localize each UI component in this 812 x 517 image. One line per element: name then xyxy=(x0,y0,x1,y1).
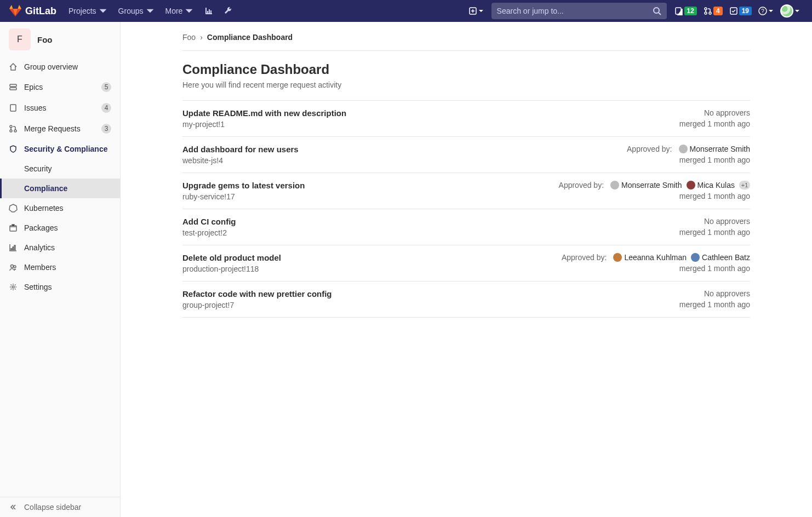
approver-name: Cathleen Batz xyxy=(702,253,750,262)
mr-row[interactable]: Delete old product modelproduction-proje… xyxy=(182,245,750,282)
sidebar-item-compliance[interactable]: Compliance xyxy=(0,179,120,198)
approver-name: Monserrate Smith xyxy=(690,145,750,153)
mr-row[interactable]: Refactor code with new prettier configgr… xyxy=(182,282,750,318)
search-input[interactable] xyxy=(497,7,653,15)
approvers-line: No approvers xyxy=(679,217,750,226)
sidebar-item-members[interactable]: Members xyxy=(0,257,120,277)
svg-point-4 xyxy=(705,12,707,14)
breadcrumb-root[interactable]: Foo xyxy=(182,33,196,42)
page-title: Compliance Dashboard xyxy=(182,62,750,77)
svg-point-13 xyxy=(10,130,12,132)
approver-avatar xyxy=(679,145,688,153)
sidebar-item-security[interactable]: Security xyxy=(0,159,120,179)
analytics-icon xyxy=(9,243,18,252)
search-icon xyxy=(653,7,661,15)
merge-request-icon xyxy=(704,7,712,15)
merged-time: merged 1 month ago xyxy=(562,264,750,273)
mr-ref: test-project!2 xyxy=(182,228,236,237)
merged-time: merged 1 month ago xyxy=(679,228,750,237)
nav-groups[interactable]: Groups xyxy=(113,0,160,22)
svg-rect-9 xyxy=(10,84,16,87)
approver-name: Monserrate Smith xyxy=(621,181,682,189)
approver-avatar xyxy=(613,253,622,262)
package-icon xyxy=(9,223,18,232)
mr-row[interactable]: Add dashboard for new userswebsite-js!4A… xyxy=(182,137,750,173)
nav-activity-icon[interactable] xyxy=(199,0,219,22)
nav-projects[interactable]: Projects xyxy=(63,0,113,22)
approver[interactable]: Monserrate Smith xyxy=(679,145,750,153)
breadcrumb-current: Compliance Dashboard xyxy=(207,33,293,42)
wrench-icon xyxy=(224,7,233,15)
sidebar-item-epics[interactable]: Epics 5 xyxy=(0,77,120,97)
nav-more[interactable]: More xyxy=(160,0,199,22)
approver[interactable]: Mica Kulas xyxy=(687,181,735,189)
new-menu[interactable] xyxy=(465,0,487,22)
approver[interactable]: Monserrate Smith xyxy=(610,181,682,189)
issues-counter[interactable]: 12 xyxy=(671,0,700,22)
sidebar-item-kubernetes[interactable]: Kubernetes xyxy=(0,198,120,218)
svg-rect-11 xyxy=(10,105,16,111)
mr-row[interactable]: Add CI configtest-project!2No approversm… xyxy=(182,209,750,245)
merged-time: merged 1 month ago xyxy=(679,119,750,128)
help-menu[interactable]: ? xyxy=(755,0,777,22)
svg-marker-15 xyxy=(9,204,17,212)
mr-title: Delete old product model xyxy=(182,253,281,262)
todo-counter[interactable]: 19 xyxy=(726,0,755,22)
mr-row[interactable]: Update README.md with new descriptionmy-… xyxy=(182,101,750,137)
approver-overflow[interactable]: +1 xyxy=(739,181,750,189)
main-content: Foo › Compliance Dashboard Compliance Da… xyxy=(165,22,768,517)
group-header[interactable]: F Foo xyxy=(0,22,120,57)
svg-point-3 xyxy=(705,8,707,10)
epics-icon xyxy=(9,83,18,91)
mr-ref: website-js!4 xyxy=(182,156,299,165)
sidebar-item-mr[interactable]: Merge Requests 3 xyxy=(0,118,120,139)
issues-icon xyxy=(674,7,683,15)
svg-text:?: ? xyxy=(761,8,764,14)
approver-avatar xyxy=(691,253,700,262)
chevron-down-icon xyxy=(146,7,155,15)
mr-ref: group-project!7 xyxy=(182,301,332,309)
approver[interactable]: Leeanna Kuhlman xyxy=(613,253,687,262)
gitlab-logo[interactable]: GitLab xyxy=(9,4,56,18)
gear-icon xyxy=(9,283,18,291)
sidebar-item-settings[interactable]: Settings xyxy=(0,277,120,297)
sidebar-item-security-compliance[interactable]: Security & Compliance xyxy=(0,139,120,159)
collapse-sidebar[interactable]: Collapse sidebar xyxy=(0,497,120,517)
mr-ref: ruby-service!17 xyxy=(182,192,305,201)
chevron-down-icon xyxy=(185,7,193,15)
breadcrumb: Foo › Compliance Dashboard xyxy=(182,33,750,51)
chevron-down-icon xyxy=(99,7,107,15)
no-approvers-label: No approvers xyxy=(704,108,750,117)
mr-title: Add CI config xyxy=(182,217,236,226)
approvers-line: No approvers xyxy=(679,289,750,298)
sidebar-item-packages[interactable]: Packages xyxy=(0,218,120,238)
approved-by-label: Approved by: xyxy=(627,145,672,153)
home-icon xyxy=(9,62,18,71)
help-icon: ? xyxy=(758,7,767,15)
top-header: GitLab Projects Groups More 12 4 19 ? xyxy=(0,0,812,22)
search-box[interactable] xyxy=(491,3,667,19)
mr-ref: production-project!118 xyxy=(182,265,281,273)
sidebar-item-overview[interactable]: Group overview xyxy=(0,57,120,77)
brand-text: GitLab xyxy=(25,5,56,17)
group-avatar: F xyxy=(9,28,31,50)
todo-icon xyxy=(729,7,738,15)
user-menu[interactable] xyxy=(777,0,803,22)
mr-counter[interactable]: 4 xyxy=(700,0,726,22)
sidebar-item-analytics[interactable]: Analytics xyxy=(0,238,120,257)
svg-point-18 xyxy=(14,266,16,268)
approver[interactable]: Cathleen Batz xyxy=(691,253,750,262)
approver-avatar xyxy=(687,181,695,189)
approvers-line: Approved by:Monserrate Smith xyxy=(627,145,750,153)
merged-time: merged 1 month ago xyxy=(627,156,750,164)
nav-wrench-icon[interactable] xyxy=(219,0,238,22)
sidebar: F Foo Group overview Epics 5 Issues 4 Me… xyxy=(0,22,121,517)
members-icon xyxy=(9,263,18,272)
svg-point-14 xyxy=(14,130,16,132)
mr-row[interactable]: Upgrade gems to latest versionruby-servi… xyxy=(182,173,750,209)
no-approvers-label: No approvers xyxy=(704,289,750,298)
mr-title: Refactor code with new prettier config xyxy=(182,289,332,298)
sidebar-item-issues[interactable]: Issues 4 xyxy=(0,97,120,118)
approver-name: Mica Kulas xyxy=(697,181,735,189)
approved-by-label: Approved by: xyxy=(559,181,604,189)
